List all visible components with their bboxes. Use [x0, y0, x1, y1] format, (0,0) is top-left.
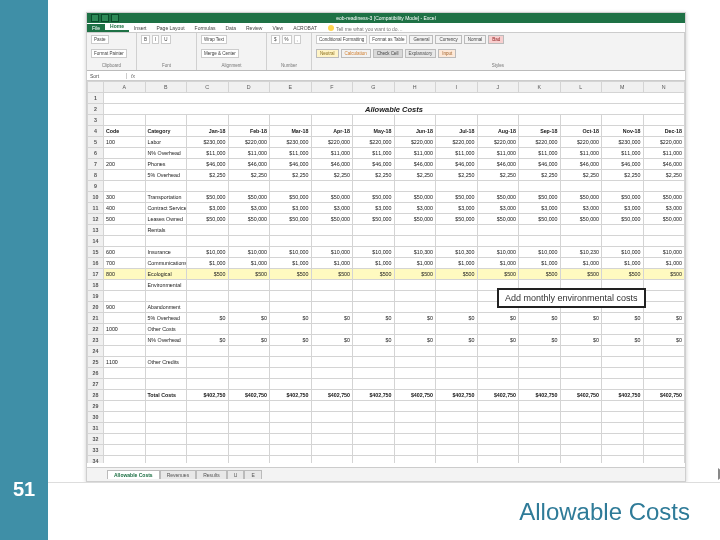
cell[interactable]: $0: [228, 335, 270, 346]
cell[interactable]: $3,000: [643, 203, 685, 214]
cell[interactable]: [643, 379, 685, 390]
cell[interactable]: $402,750: [311, 390, 353, 401]
column-header-cell[interactable]: Apr-18: [311, 126, 353, 137]
column-header-cell[interactable]: Nov-18: [602, 126, 644, 137]
cell[interactable]: $10,000: [270, 247, 312, 258]
cell[interactable]: [187, 368, 229, 379]
cell[interactable]: $0: [436, 313, 478, 324]
cell[interactable]: $1,000: [519, 258, 561, 269]
cell[interactable]: [560, 346, 602, 357]
cell[interactable]: [477, 368, 519, 379]
cell[interactable]: [104, 170, 146, 181]
cell[interactable]: $220,000: [560, 137, 602, 148]
cell[interactable]: $50,000: [560, 192, 602, 203]
cell[interactable]: [602, 346, 644, 357]
cell[interactable]: $50,000: [519, 192, 561, 203]
row-header[interactable]: 1: [88, 93, 104, 104]
cell[interactable]: [353, 291, 395, 302]
cell[interactable]: $50,000: [436, 214, 478, 225]
cell[interactable]: $500: [477, 269, 519, 280]
quick-access-toolbar[interactable]: [91, 14, 119, 22]
sheet-tab-e[interactable]: E: [244, 470, 261, 479]
cell[interactable]: [311, 181, 353, 192]
bold-button[interactable]: B: [141, 35, 150, 44]
cell[interactable]: [270, 324, 312, 335]
cell[interactable]: 1100: [104, 357, 146, 368]
comma-button[interactable]: ,: [294, 35, 301, 44]
cell[interactable]: [228, 368, 270, 379]
cell[interactable]: $11,000: [477, 148, 519, 159]
cell[interactable]: $402,750: [228, 390, 270, 401]
cell[interactable]: [560, 368, 602, 379]
cell[interactable]: [104, 225, 146, 236]
cell[interactable]: $10,000: [187, 247, 229, 258]
cell[interactable]: $10,000: [643, 247, 685, 258]
cell[interactable]: $1,000: [602, 258, 644, 269]
cell[interactable]: [228, 225, 270, 236]
cell[interactable]: $50,000: [187, 214, 229, 225]
cell[interactable]: $220,000: [477, 137, 519, 148]
cell[interactable]: Other Costs: [145, 324, 187, 335]
cell[interactable]: [643, 368, 685, 379]
cell[interactable]: $50,000: [560, 214, 602, 225]
cell[interactable]: [353, 225, 395, 236]
cell[interactable]: $10,230: [560, 247, 602, 258]
cell[interactable]: $11,000: [311, 148, 353, 159]
cell[interactable]: $500: [353, 269, 395, 280]
cell[interactable]: [270, 379, 312, 390]
cell[interactable]: 5% Overhead: [145, 313, 187, 324]
cell[interactable]: [228, 280, 270, 291]
cell[interactable]: $11,000: [187, 148, 229, 159]
cell[interactable]: $402,750: [394, 390, 436, 401]
cell[interactable]: Environmental: [145, 280, 187, 291]
cell[interactable]: [436, 280, 478, 291]
column-header-cell[interactable]: Category: [145, 126, 187, 137]
cell[interactable]: $2,250: [643, 170, 685, 181]
cellstyle-neutral[interactable]: Neutral: [316, 49, 339, 58]
cell[interactable]: [187, 324, 229, 335]
cell[interactable]: $1,000: [477, 258, 519, 269]
col-header[interactable]: C: [187, 82, 229, 93]
cell[interactable]: [519, 346, 561, 357]
cell[interactable]: $220,000: [643, 137, 685, 148]
cell[interactable]: [477, 236, 519, 247]
cellstyle-input[interactable]: Input: [438, 49, 456, 58]
cell[interactable]: [353, 181, 395, 192]
col-header[interactable]: F: [311, 82, 353, 93]
cell[interactable]: $0: [270, 335, 312, 346]
cell[interactable]: [270, 346, 312, 357]
col-header[interactable]: A: [104, 82, 146, 93]
cell[interactable]: [436, 181, 478, 192]
cell[interactable]: $3,000: [560, 203, 602, 214]
cell[interactable]: $46,000: [643, 159, 685, 170]
cell[interactable]: [436, 225, 478, 236]
merge-center-button[interactable]: Merge & Center: [201, 49, 239, 58]
cell[interactable]: $10,000: [353, 247, 395, 258]
cell[interactable]: $0: [353, 335, 395, 346]
cell[interactable]: [560, 181, 602, 192]
cell[interactable]: [104, 313, 146, 324]
cell[interactable]: [519, 324, 561, 335]
tab-view[interactable]: View: [267, 24, 288, 32]
cell[interactable]: [602, 357, 644, 368]
cell[interactable]: $500: [228, 269, 270, 280]
cell[interactable]: [311, 280, 353, 291]
cell[interactable]: [270, 181, 312, 192]
cell[interactable]: [353, 368, 395, 379]
sheet-tab-results[interactable]: Results: [196, 470, 227, 479]
cell[interactable]: $46,000: [228, 159, 270, 170]
cell[interactable]: $1,000: [560, 258, 602, 269]
cell[interactable]: [104, 368, 146, 379]
cell[interactable]: $500: [602, 269, 644, 280]
cell[interactable]: $1,000: [311, 258, 353, 269]
cell[interactable]: $0: [560, 313, 602, 324]
cell[interactable]: [477, 225, 519, 236]
cell[interactable]: N% Overhead: [145, 335, 187, 346]
cell[interactable]: 600: [104, 247, 146, 258]
cell[interactable]: $0: [643, 313, 685, 324]
col-header[interactable]: I: [436, 82, 478, 93]
cell[interactable]: [643, 225, 685, 236]
cell[interactable]: $50,000: [353, 214, 395, 225]
cell[interactable]: Transportation: [145, 192, 187, 203]
cell[interactable]: $220,000: [311, 137, 353, 148]
